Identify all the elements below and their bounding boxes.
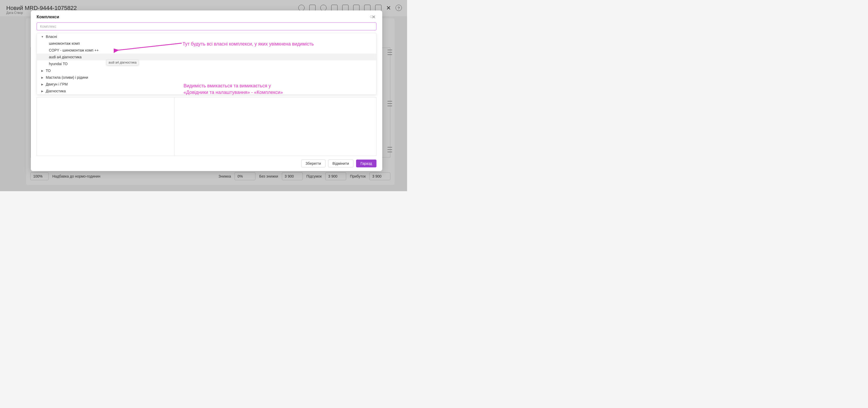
tree-group-label: ТО: [46, 68, 51, 73]
modal-left-pane: [37, 97, 175, 156]
tree-group-label: Мастила (оливи) і рідини: [46, 75, 88, 80]
caret-down-icon: ▼: [41, 35, 44, 38]
search-wrap: [31, 23, 382, 33]
tree-group[interactable]: ▶ Діагностика: [37, 88, 376, 94]
tree-group-label: Двигун і ГРМ: [46, 82, 68, 86]
tree-group[interactable]: ▶ ТО: [37, 67, 376, 74]
tree-item-hovered[interactable]: audi a4 діагностика: [37, 54, 376, 60]
modal-header: Комплекси ✕: [31, 10, 382, 23]
tree-dropdown: ▼ Власні шиномонтаж комп COPY - шиномонт…: [37, 33, 376, 95]
modal-body-split: [37, 97, 376, 156]
caret-right-icon: ▶: [41, 76, 44, 79]
tree-group[interactable]: ▶ Мастила (оливи) і рідини: [37, 74, 376, 81]
svg-line-1: [372, 18, 373, 18]
caret-right-icon: ▶: [41, 83, 44, 86]
tree-group-label: Діагностика: [46, 89, 66, 93]
tree-item[interactable]: COPY - шиномонтаж комп ++: [37, 47, 376, 54]
ok-button[interactable]: Гаразд: [356, 159, 376, 167]
tree-item[interactable]: hyundai ТО: [37, 60, 376, 67]
cancel-button[interactable]: Відмінити: [328, 159, 353, 167]
modal-footer: Зберегти Відмінити Гаразд: [31, 156, 382, 171]
modal-title: Комплекси: [37, 14, 59, 19]
complexes-modal: Комплекси ✕ ▼ Власні шиномонтаж комп COP…: [31, 10, 382, 171]
complex-search-input[interactable]: [37, 23, 376, 30]
caret-right-icon: ▶: [41, 69, 44, 72]
tree-item[interactable]: шиномонтаж комп: [37, 40, 376, 47]
svg-point-0: [370, 16, 372, 18]
search-icon: [370, 15, 373, 20]
tree-group[interactable]: ▶ Двигун і ГРМ: [37, 81, 376, 88]
caret-right-icon: ▶: [41, 90, 44, 92]
save-button[interactable]: Зберегти: [301, 159, 326, 167]
hover-tooltip: audi a4 діагностика: [106, 60, 139, 65]
tree-group-label: Власні: [46, 34, 57, 39]
tree-group-own[interactable]: ▼ Власні: [37, 33, 376, 40]
modal-right-pane: [175, 97, 376, 156]
